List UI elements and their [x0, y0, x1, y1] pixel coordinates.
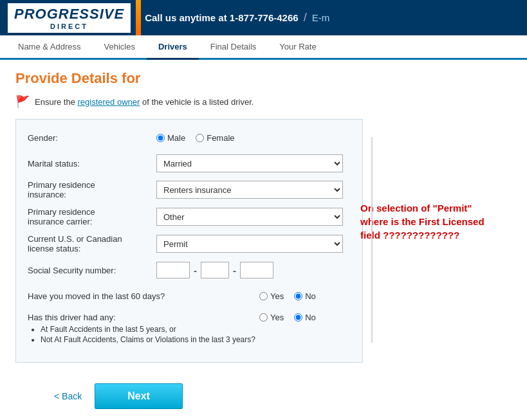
gender-label: Gender:	[28, 133, 156, 143]
accidents-bullet-1: At Fault Accidents in the last 5 years, …	[41, 325, 259, 334]
primary-insurance-label: Primary residenceinsurance:	[28, 180, 156, 199]
right-divider	[371, 137, 373, 343]
annotation-box: On selection of "Permit" where is the Fi…	[360, 201, 502, 242]
back-button[interactable]: < Back	[54, 391, 82, 401]
gender-control: Male Female	[156, 133, 235, 143]
license-select[interactable]: Permit Licensed Not Licensed Foreign Lic…	[156, 235, 343, 253]
moved-yes-radio[interactable]	[259, 292, 268, 300]
marital-select[interactable]: Married Single Divorced Widowed Separate…	[156, 154, 343, 172]
ssn-dash-1: -	[194, 265, 197, 276]
page-header: PROGRESSIVE DIRECT Call us anytime at 1-…	[0, 0, 527, 35]
accidents-yes-radio[interactable]	[259, 313, 268, 322]
tab-name-address[interactable]: Name & Address	[6, 35, 93, 58]
gender-female-text: Female	[207, 133, 234, 143]
accidents-yes-text: Yes	[270, 313, 284, 322]
gender-female-radio[interactable]	[196, 134, 204, 142]
license-row: Current U.S. or Canadianlicense status: …	[28, 234, 351, 253]
main-content: Provide Details for 🚩 Ensure the registe…	[0, 60, 527, 419]
moved-no-radio[interactable]	[294, 292, 302, 300]
carrier-label: Primary residenceinsurance carrier:	[28, 207, 156, 226]
accidents-no-radio[interactable]	[294, 313, 302, 322]
carrier-row: Primary residenceinsurance carrier: Othe…	[28, 207, 351, 226]
accidents-yes-label[interactable]: Yes	[259, 313, 284, 322]
ssn-dash-2: -	[233, 265, 236, 276]
ssn-label: Social Security number:	[28, 266, 156, 275]
moved-row: Have you moved in the last 60 days? Yes …	[28, 287, 351, 305]
marital-label: Marital status:	[28, 159, 156, 169]
accidents-label: Has this driver had any: At Fault Accide…	[28, 313, 259, 345]
license-control: Permit Licensed Not Licensed Foreign Lic…	[156, 235, 343, 253]
next-button[interactable]: Next	[95, 383, 183, 409]
accidents-no-text: No	[305, 313, 316, 322]
tab-your-rate[interactable]: Your Rate	[268, 35, 328, 58]
marital-control: Married Single Divorced Widowed Separate…	[156, 154, 343, 172]
gender-male-label[interactable]: Male	[156, 133, 185, 143]
accidents-no-label[interactable]: No	[294, 313, 316, 322]
license-label: Current U.S. or Canadianlicense status:	[28, 234, 156, 253]
primary-insurance-row: Primary residenceinsurance: Renters insu…	[28, 180, 351, 199]
accidents-bullet-2: Not At Fault Accidents, Claims or Violat…	[41, 335, 259, 344]
carrier-control: Other Allstate State Farm Geico Nationwi…	[156, 208, 343, 226]
ssn-control: - -	[156, 262, 273, 278]
logo-stripe	[136, 0, 141, 35]
header-phone: Call us anytime at 1-877-776-4266	[145, 12, 298, 23]
gender-row: Gender: Male Female	[28, 129, 351, 147]
primary-insurance-select[interactable]: Renters insurance Homeowners insurance C…	[156, 181, 343, 199]
logo-progressive: PROGRESSIVE	[14, 6, 124, 23]
tab-final-details[interactable]: Final Details	[199, 35, 268, 58]
ssn-field-1[interactable]	[156, 262, 190, 278]
header-email: E-m	[312, 12, 330, 23]
tab-drivers[interactable]: Drivers	[147, 35, 199, 60]
primary-insurance-control: Renters insurance Homeowners insurance C…	[156, 181, 343, 199]
nav-tabs: Name & Address Vehicles Drivers Final De…	[0, 35, 527, 60]
form-section: Gender: Male Female Marital status: Marr…	[15, 119, 363, 363]
carrier-select[interactable]: Other Allstate State Farm Geico Nationwi…	[156, 208, 343, 226]
moved-label: Have you moved in the last 60 days?	[28, 291, 259, 301]
moved-control: Yes No	[259, 291, 316, 301]
gender-female-label[interactable]: Female	[196, 133, 234, 143]
ssn-field-2[interactable]	[201, 262, 229, 278]
gender-male-radio[interactable]	[156, 134, 165, 142]
marital-row: Marital status: Married Single Divorced …	[28, 154, 351, 172]
moved-no-text: No	[305, 291, 316, 301]
moved-yes-label[interactable]: Yes	[259, 291, 284, 301]
button-row: < Back Next	[15, 373, 512, 409]
accidents-row: Has this driver had any: At Fault Accide…	[28, 313, 351, 345]
ssn-row: Social Security number: - -	[28, 261, 351, 279]
accidents-top: Has this driver had any: At Fault Accide…	[28, 313, 351, 345]
flag-icon: 🚩	[15, 95, 30, 109]
info-text: Ensure the registered owner of the vehic…	[35, 97, 254, 107]
logo: PROGRESSIVE DIRECT	[6, 2, 132, 34]
accidents-control: Yes No	[259, 313, 316, 322]
moved-yes-text: Yes	[270, 291, 284, 301]
header-divider: /	[304, 11, 307, 24]
gender-male-text: Male	[167, 133, 185, 143]
registered-owner-link[interactable]: registered owner	[78, 97, 140, 107]
ssn-field-3[interactable]	[240, 262, 273, 278]
info-row: 🚩 Ensure the registered owner of the veh…	[15, 95, 512, 109]
tab-vehicles[interactable]: Vehicles	[93, 35, 147, 58]
logo-direct: DIRECT	[50, 23, 88, 30]
page-title: Provide Details for	[15, 70, 512, 87]
moved-no-label[interactable]: No	[294, 291, 316, 301]
